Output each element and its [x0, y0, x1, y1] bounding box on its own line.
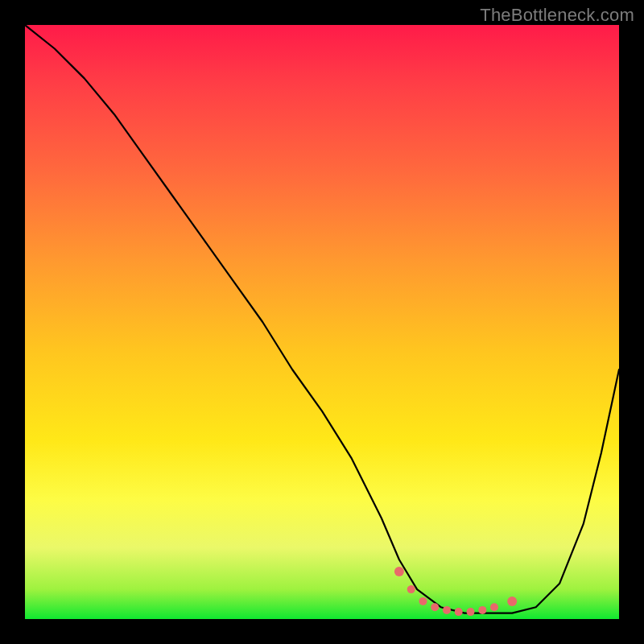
- chart-frame: TheBottleneck.com: [0, 0, 644, 644]
- bottleneck-curve: [25, 25, 619, 613]
- highlight-dot: [478, 606, 486, 614]
- watermark-text: TheBottleneck.com: [480, 5, 634, 26]
- highlight-dot: [443, 606, 451, 614]
- highlight-dots: [394, 567, 517, 616]
- plot-area: [25, 25, 619, 619]
- curve-layer: [25, 25, 619, 619]
- highlight-dot: [455, 608, 463, 616]
- highlight-dot: [507, 597, 517, 606]
- highlight-dot: [431, 603, 439, 611]
- highlight-dot: [407, 585, 415, 593]
- highlight-dot: [419, 597, 427, 605]
- highlight-dot: [467, 608, 475, 616]
- highlight-dot: [490, 603, 498, 611]
- highlight-dot: [394, 567, 404, 576]
